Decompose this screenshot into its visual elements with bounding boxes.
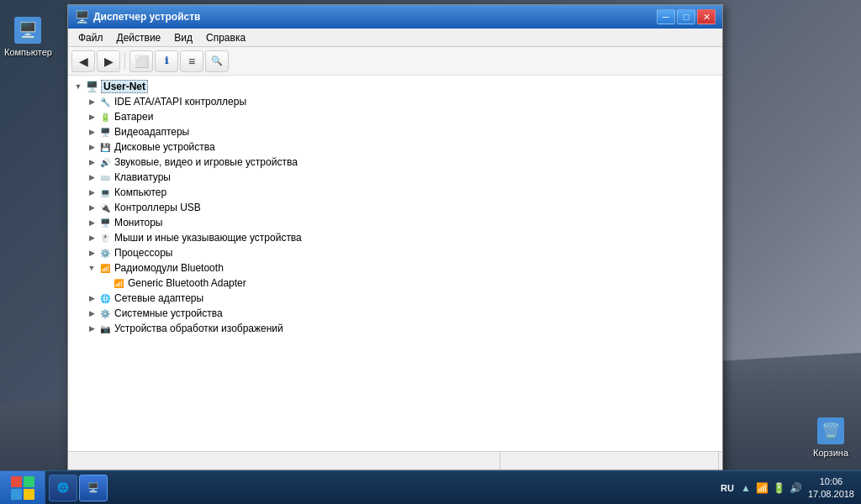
tree-item-disk[interactable]: ▶ 💾 Дисковые устройства: [68, 139, 722, 155]
disk-label: Дисковые устройства: [114, 141, 215, 153]
taskbar-app-chrome[interactable]: 🌐: [49, 475, 77, 501]
clock[interactable]: 10:06 17.08.2018: [808, 475, 854, 500]
cpu-label: Процессоры: [114, 247, 173, 259]
generic-bt-icon: 📶: [112, 276, 125, 290]
windows-logo: [11, 476, 34, 500]
clock-time: 10:06: [820, 475, 843, 487]
mice-icon: 🖱️: [98, 231, 112, 244]
usb-expand[interactable]: ▶: [85, 201, 98, 214]
info-button[interactable]: ℹ: [155, 50, 178, 72]
toolbar: ◀ ▶ ⬜ ℹ ≡ 🔍: [68, 47, 722, 76]
computer-icon-label: Компьютер: [4, 47, 52, 57]
menu-file[interactable]: Файл: [71, 30, 110, 45]
status-text: [71, 452, 500, 470]
maximize-button[interactable]: □: [677, 9, 695, 24]
tree-item-video[interactable]: ▶ 🖥️ Видеоадаптеры: [68, 124, 722, 139]
tree-item-usb[interactable]: ▶ 🔌 Контроллеры USB: [68, 200, 722, 215]
forward-button[interactable]: ▶: [97, 50, 120, 72]
tree-item-monitors[interactable]: ▶ 🖥️ Мониторы: [68, 215, 722, 230]
device-tree[interactable]: ▼ 🖥️ User-Net ▶ 🔧 IDE ATA/ATAPI контролл…: [68, 76, 722, 451]
root-expand[interactable]: ▼: [71, 80, 85, 93]
start-button[interactable]: [0, 471, 45, 505]
window-controls: ─ □ ✕: [657, 9, 716, 24]
computer-icon: 🖥️: [14, 17, 41, 44]
generic-bt-label: Generic Bluetooth Adapter: [128, 277, 246, 289]
root-label: User-Net: [101, 80, 148, 93]
minimize-button[interactable]: ─: [657, 9, 675, 24]
tray-icons: ▲ 📶 🔋 🔊: [739, 481, 803, 495]
mice-expand[interactable]: ▶: [85, 231, 98, 244]
system-label: Системные устройства: [114, 307, 223, 319]
keyboard-icon: ⌨️: [98, 171, 112, 184]
tree-item-generic-bt[interactable]: ▶ 📶 Generic Bluetooth Adapter: [68, 276, 722, 291]
monitors-expand[interactable]: ▶: [85, 216, 98, 229]
tree-root[interactable]: ▼ 🖥️ User-Net: [68, 79, 722, 94]
tree-item-mice[interactable]: ▶ 🖱️ Мыши и иные указывающие устройства: [68, 230, 722, 245]
bluetooth-expand[interactable]: ▼: [85, 261, 98, 275]
tree-item-imaging[interactable]: ▶ 📷 Устройства обработки изображений: [68, 321, 722, 336]
tree-item-system[interactable]: ▶ ⚙️ Системные устройства: [68, 306, 722, 321]
tree-item-keyboard[interactable]: ▶ ⌨️ Клавиатуры: [68, 170, 722, 185]
battery-expand[interactable]: ▶: [85, 110, 98, 123]
tray-network[interactable]: 📶: [756, 481, 769, 495]
network-expand[interactable]: ▶: [85, 291, 98, 305]
taskbar-app-devmgr[interactable]: 🖥️: [79, 475, 108, 501]
recycle-icon: 🗑️: [817, 417, 844, 444]
bluetooth-icon: 📶: [98, 261, 112, 275]
list-button[interactable]: ≡: [180, 50, 203, 72]
tray-volume[interactable]: 🔊: [790, 481, 803, 495]
audio-icon: 🔊: [98, 155, 112, 169]
battery-icon: 🔋: [98, 110, 112, 123]
menu-action[interactable]: Действие: [110, 30, 168, 45]
usb-label: Контроллеры USB: [114, 202, 201, 213]
network-icon: 🌐: [98, 291, 112, 305]
tree-item-audio[interactable]: ▶ 🔊 Звуковые, видео и игровые устройства: [68, 155, 722, 170]
clock-date: 17.08.2018: [808, 488, 854, 500]
search-button[interactable]: 🔍: [205, 50, 229, 72]
window-title: Диспетчер устройств: [93, 11, 652, 23]
desktop-icon-computer[interactable]: 🖥️ Компьютер: [4, 17, 52, 57]
taskbar-apps: 🌐 🖥️: [45, 475, 714, 501]
devmgr-taskbar-icon: 🖥️: [87, 481, 100, 495]
keyboard-label: Клавиатуры: [114, 171, 171, 183]
tree-item-bluetooth[interactable]: ▼ 📶 Радиомодули Bluetooth: [68, 260, 722, 276]
tray-arrow[interactable]: ▲: [739, 481, 753, 495]
mice-label: Мыши и иные указывающие устройства: [114, 232, 302, 244]
menu-help[interactable]: Справка: [199, 30, 252, 45]
tree-item-network[interactable]: ▶ 🌐 Сетевые адаптеры: [68, 291, 722, 306]
window-icon: 🖥️: [75, 10, 88, 24]
imaging-icon: 📷: [98, 322, 112, 335]
computer-expand[interactable]: ▶: [85, 186, 98, 199]
tree-item-computer[interactable]: ▶ 💻 Компьютер: [68, 185, 722, 200]
system-tray: RU ▲ 📶 🔋 🔊 10:06 17.08.2018: [714, 475, 861, 500]
video-label: Видеоадаптеры: [114, 126, 189, 138]
recycle-icon-label: Корзина: [813, 448, 848, 458]
properties-button[interactable]: ⬜: [129, 50, 153, 72]
status-segment-2: [500, 452, 719, 470]
ide-icon: 🔧: [98, 95, 112, 108]
tree-item-battery[interactable]: ▶ 🔋 Батареи: [68, 109, 722, 124]
tray-battery[interactable]: 🔋: [773, 481, 786, 495]
root-icon: 🖥️: [85, 80, 98, 93]
disk-expand[interactable]: ▶: [85, 140, 98, 154]
audio-expand[interactable]: ▶: [85, 155, 98, 169]
desktop-icon-recycle[interactable]: 🗑️ Корзина: [813, 417, 848, 458]
bluetooth-label: Радиомодули Bluetooth: [114, 262, 224, 274]
title-bar: 🖥️ Диспетчер устройств ─ □ ✕: [68, 5, 722, 29]
tree-item-ide[interactable]: ▶ 🔧 IDE ATA/ATAPI контроллеры: [68, 94, 722, 109]
menu-view[interactable]: Вид: [167, 30, 199, 45]
video-icon: 🖥️: [98, 125, 112, 139]
menu-bar: Файл Действие Вид Справка: [68, 29, 722, 47]
cpu-icon: ⚙️: [98, 246, 112, 260]
tree-item-cpu[interactable]: ▶ ⚙️ Процессоры: [68, 245, 722, 260]
computer-device-icon: 💻: [98, 186, 112, 199]
cpu-expand[interactable]: ▶: [85, 246, 98, 260]
close-button[interactable]: ✕: [697, 9, 716, 24]
network-label: Сетевые адаптеры: [114, 292, 203, 304]
video-expand[interactable]: ▶: [85, 125, 98, 139]
imaging-expand[interactable]: ▶: [85, 322, 98, 335]
ide-expand[interactable]: ▶: [85, 95, 98, 108]
system-expand[interactable]: ▶: [85, 307, 98, 320]
back-button[interactable]: ◀: [71, 50, 95, 72]
keyboard-expand[interactable]: ▶: [85, 171, 98, 184]
